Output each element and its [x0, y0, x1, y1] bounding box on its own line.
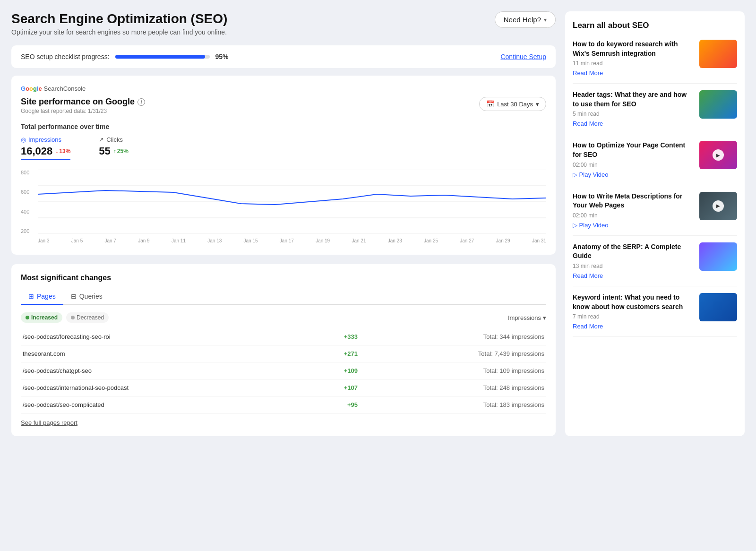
- changes-title: Most significant changes: [21, 274, 546, 282]
- table-row: /seo-podcast/chatgpt-seo +109 Total: 109…: [21, 362, 546, 379]
- y-axis: 800 600 400 200: [21, 170, 36, 234]
- impressions-metric: ◎ Impressions 16,028 ↓ 13%: [21, 136, 70, 160]
- chart-area: [38, 170, 546, 234]
- performance-header: Site performance on Google i Google last…: [21, 97, 546, 114]
- performance-title: Site performance on Google i: [21, 97, 145, 107]
- url-cell: /seo-podcast/chatgpt-seo: [21, 362, 310, 379]
- changes-table: /seo-podcast/forecasting-seo-roi +333 To…: [21, 328, 546, 413]
- page-subtitle: Optimize your site for search engines so…: [11, 28, 227, 36]
- metrics-row: ◎ Impressions 16,028 ↓ 13%: [21, 136, 546, 164]
- progress-percent: 95%: [215, 53, 229, 60]
- article-link[interactable]: ▷ Play Video: [573, 171, 693, 178]
- article-thumbnail[interactable]: ▶: [699, 192, 737, 220]
- article-title: Header tags: What they are and how to us…: [573, 90, 693, 109]
- calendar-icon: 📅: [486, 100, 494, 108]
- sidebar: Learn all about SEO How to do keyword re…: [565, 11, 745, 436]
- article-link[interactable]: Read More: [573, 323, 693, 330]
- sort-dropdown[interactable]: Impressions ▾: [508, 314, 546, 321]
- tab-queries[interactable]: ⊟ Queries: [63, 289, 110, 305]
- pages-icon: ⊞: [28, 293, 34, 300]
- green-dot-icon: [26, 316, 29, 319]
- change-cell: +109: [310, 362, 361, 379]
- article-text: Keyword intent: What you need to know ab…: [573, 293, 693, 330]
- change-cell: +271: [310, 345, 361, 362]
- change-cell: +107: [310, 379, 361, 396]
- need-help-button[interactable]: Need Help? ▾: [495, 11, 556, 28]
- queries-icon: ⊟: [71, 293, 77, 300]
- gray-dot-icon: [71, 316, 75, 319]
- article-thumbnail[interactable]: ▶: [699, 141, 737, 169]
- play-button-icon[interactable]: ▶: [713, 149, 724, 161]
- date-range-picker[interactable]: 📅 Last 30 Days ▾: [479, 97, 546, 111]
- stats-cell: Total: 7,439 impressions: [361, 345, 546, 362]
- clicks-change: ↑ 25%: [113, 148, 129, 155]
- impressions-value: 16,028: [21, 145, 52, 157]
- stats-cell: Total: 183 impressions: [361, 396, 546, 413]
- progress-label: SEO setup checklist progress:: [21, 53, 110, 60]
- article-title: How to Optimize Your Page Content for SE…: [573, 141, 693, 159]
- article-thumbnail: [699, 293, 737, 321]
- info-icon[interactable]: i: [137, 98, 145, 106]
- url-cell: theseorant.com: [21, 345, 310, 362]
- page-title: Search Engine Optimization (SEO): [11, 11, 227, 26]
- impressions-icon: ◎: [21, 136, 26, 143]
- decreased-badge[interactable]: Decreased: [66, 312, 109, 323]
- performance-card: Google SearchConsole Site performance on…: [11, 76, 556, 255]
- change-cell: +333: [310, 328, 361, 345]
- filter-badges: Increased Decreased: [21, 312, 109, 323]
- x-axis: Jan 3 Jan 5 Jan 7 Jan 9 Jan 11 Jan 13 Ja…: [38, 236, 546, 245]
- total-performance-label: Total performance over time: [21, 123, 546, 130]
- article-meta: 13 min read: [573, 263, 693, 269]
- article-text: How to Write Meta Descriptions for Your …: [573, 192, 693, 229]
- article-link[interactable]: Read More: [573, 120, 693, 127]
- progress-bar-track: [115, 55, 210, 59]
- gsc-logo: Google SearchConsole: [21, 85, 546, 92]
- sidebar-card: Learn all about SEO How to do keyword re…: [565, 11, 745, 436]
- article-meta: 02:00 min: [573, 162, 693, 168]
- change-cell: +95: [310, 396, 361, 413]
- article-link[interactable]: Read More: [573, 272, 693, 279]
- article-text: Anatomy of the SERP: A Complete Guide 13…: [573, 242, 693, 279]
- article-title: How to do keyword research with Wix's Se…: [573, 40, 693, 58]
- chevron-down-icon: ▾: [536, 101, 539, 108]
- table-row: /seo-podcast/international-seo-podcast +…: [21, 379, 546, 396]
- article-item: How to Write Meta Descriptions for Your …: [573, 185, 737, 236]
- article-link[interactable]: ▷ Play Video: [573, 222, 693, 229]
- table-row: /seo-podcast/forecasting-seo-roi +333 To…: [21, 328, 546, 345]
- stats-cell: Total: 344 impressions: [361, 328, 546, 345]
- tabs-row: ⊞ Pages ⊟ Queries: [21, 289, 546, 305]
- sidebar-title: Learn all about SEO: [573, 21, 737, 30]
- chart-svg: [38, 170, 546, 234]
- chevron-down-icon: ▾: [543, 314, 546, 321]
- article-item: How to Optimize Your Page Content for SE…: [573, 134, 737, 185]
- url-cell: /seo-podcast/seo-complicated: [21, 396, 310, 413]
- article-text: Header tags: What they are and how to us…: [573, 90, 693, 127]
- article-meta: 5 min read: [573, 111, 693, 117]
- table-row: /seo-podcast/seo-complicated +95 Total: …: [21, 396, 546, 413]
- article-item: How to do keyword research with Wix's Se…: [573, 40, 737, 84]
- tab-pages[interactable]: ⊞ Pages: [21, 289, 63, 305]
- continue-setup-link[interactable]: Continue Setup: [500, 53, 546, 60]
- article-link[interactable]: Read More: [573, 69, 693, 77]
- see-full-report-link[interactable]: See full pages report: [21, 419, 77, 426]
- changes-card: Most significant changes ⊞ Pages ⊟ Queri…: [11, 264, 556, 436]
- stats-cell: Total: 109 impressions: [361, 362, 546, 379]
- article-thumbnail: [699, 242, 737, 271]
- article-meta: 02:00 min: [573, 212, 693, 219]
- chevron-down-icon: ▾: [544, 17, 547, 23]
- progress-bar-fill: [115, 55, 205, 59]
- article-text: How to do keyword research with Wix's Se…: [573, 40, 693, 77]
- progress-card: SEO setup checklist progress: 95% Contin…: [11, 45, 556, 68]
- performance-subtitle: Google last reported data: 1/31/23: [21, 108, 145, 114]
- article-thumbnail: [699, 90, 737, 119]
- article-text: How to Optimize Your Page Content for SE…: [573, 141, 693, 178]
- increased-badge[interactable]: Increased: [21, 312, 62, 323]
- chart-section: Total performance over time ◎ Impression…: [21, 123, 546, 245]
- performance-chart: 800 600 400 200: [21, 170, 546, 245]
- table-row: theseorant.com +271 Total: 7,439 impress…: [21, 345, 546, 362]
- article-meta: 11 min read: [573, 60, 693, 67]
- clicks-metric: ↗ Clicks 55 ↑ 25%: [99, 136, 129, 160]
- impressions-change: ↓ 13%: [55, 148, 70, 155]
- play-button-icon[interactable]: ▶: [713, 200, 724, 212]
- stats-cell: Total: 248 impressions: [361, 379, 546, 396]
